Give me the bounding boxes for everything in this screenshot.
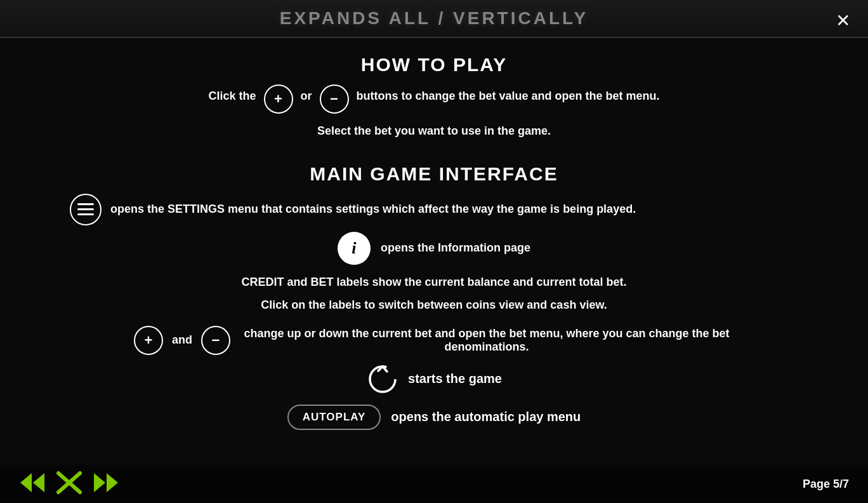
hamburger-line-1 [77, 203, 94, 205]
settings-row: opens the SETTINGS menu that contains se… [51, 194, 817, 225]
close-button[interactable]: ✕ [830, 8, 855, 33]
prev-button[interactable] [19, 470, 51, 498]
svg-marker-2 [33, 473, 44, 492]
hamburger-line-2 [77, 208, 94, 210]
content-area: HOW TO PLAY Click the or buttons to chan… [0, 41, 868, 465]
hamburger-icon [70, 194, 102, 225]
nav-close-button[interactable] [53, 470, 85, 498]
bet-instruction-row: Click the or buttons to change the bet v… [51, 84, 817, 114]
info-icon: i [338, 232, 371, 265]
info-row: i opens the Information page [51, 232, 817, 265]
or-text: or [301, 88, 312, 105]
starts-game-text: starts the game [408, 369, 502, 389]
nav-buttons [19, 470, 119, 498]
bet-change-text: change up or down the current bet and op… [239, 327, 734, 354]
autoplay-row: AUTOPLAY opens the automatic play menu [51, 405, 817, 430]
info-letter: i [352, 239, 356, 258]
next-button[interactable] [88, 470, 119, 498]
credit-bet-line2: Click on the labels to switch between co… [261, 297, 607, 314]
top-banner: EXPANDS ALL / VERTICALLY [0, 0, 868, 38]
pm-row: and change up or down the current bet an… [51, 326, 817, 355]
select-bet-text: Select the bet you want to use in the ga… [317, 123, 551, 140]
autoplay-text: opens the automatic play menu [391, 407, 581, 427]
minus-icon-large [201, 326, 230, 355]
minus-icon-small [320, 84, 349, 114]
settings-text: opens the SETTINGS menu that contains se… [110, 203, 636, 216]
credit-bet-line1: CREDIT and BET labels show the current b… [241, 274, 626, 292]
plus-icon-small [264, 84, 293, 114]
svg-marker-1 [20, 473, 32, 492]
banner-title: EXPANDS ALL / VERTICALLY [280, 8, 589, 29]
click-the-text: Click the [208, 88, 256, 105]
plus-icon-large [134, 326, 163, 355]
autoplay-button-icon[interactable]: AUTOPLAY [287, 405, 381, 430]
svg-point-0 [370, 366, 395, 392]
bet-instruction-suffix: buttons to change the bet value and open… [357, 88, 660, 105]
spin-icon [366, 363, 399, 396]
spin-row: starts the game [51, 363, 817, 396]
hamburger-line-3 [77, 213, 94, 215]
info-text: opens the Information page [381, 239, 530, 257]
svg-marker-5 [94, 473, 105, 492]
and-text: and [172, 333, 192, 347]
page-info: Page 5/7 [803, 478, 849, 491]
main-game-interface-title: MAIN GAME INTERFACE [310, 163, 558, 185]
how-to-play-title: HOW TO PLAY [361, 54, 507, 76]
svg-marker-6 [107, 473, 118, 492]
bottom-nav: Page 5/7 [0, 465, 868, 503]
